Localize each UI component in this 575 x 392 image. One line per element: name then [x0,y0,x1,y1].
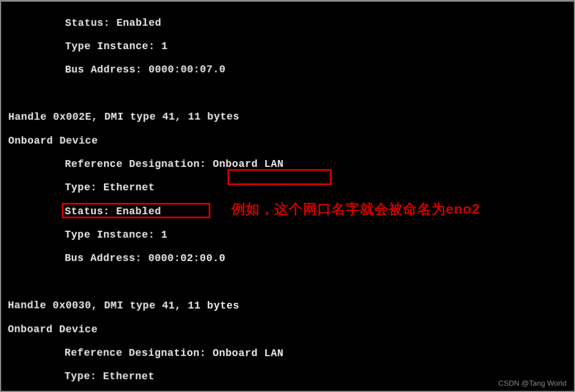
bus-address-line: Bus Address: 0000:02:00.0 [8,253,569,265]
ref-designation-line: Reference Designation: Onboard LAN [8,158,569,170]
terminal-output: Status: Enabled Type Instance: 1 Bus Add… [1,0,575,392]
type-line: Type: Ethernet [7,370,569,383]
ref-designation-value: Onboard LAN [213,347,283,359]
annotation-text: 例如，这个网口名字就会被命名为eno2 [231,200,480,218]
ref-designation-line: Reference Designation: Onboard LAN [8,347,570,360]
watermark: CSDN @Tang World [498,379,566,387]
handle-line: Handle 0x002E, DMI type 41, 11 bytes [8,111,569,123]
device-line: Onboard Device [8,134,569,147]
blank-line [8,276,570,289]
status-line: Status: Enabled [9,16,569,29]
type-instance-line: Type Instance: 1 [8,229,569,241]
handle-line: Handle 0x0030, DMI type 41, 11 bytes [8,300,570,313]
device-line: Onboard Device [8,323,570,337]
bus-address-line: Bus Address: 0000:00:07.0 [9,63,569,77]
type-line: Type: Ethernet [8,182,569,194]
blank-line [9,87,569,99]
type-instance-line: Type Instance: 1 [9,39,569,53]
